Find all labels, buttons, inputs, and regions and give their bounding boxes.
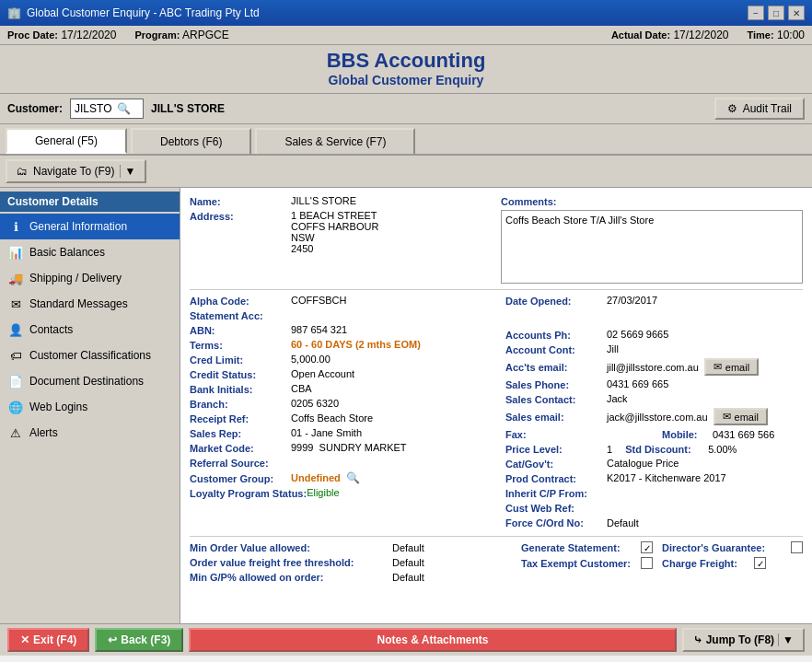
actual-date-label: Actual Date: — [611, 29, 670, 41]
force-cord-value: Default — [607, 517, 639, 528]
jump-icon: ⤷ — [693, 633, 702, 646]
accs-email-button[interactable]: ✉ email — [704, 358, 759, 376]
name-value: JILL'S STORE — [291, 195, 356, 206]
message-icon: ✉ — [7, 296, 24, 312]
web-icon: 🌐 — [7, 399, 24, 415]
sidebar-item-basic-balances[interactable]: 📊 Basic Balances — [0, 239, 180, 265]
comments-text: Coffs Beach Store T/A Jill's Store — [505, 215, 654, 226]
branch-label: Branch: — [190, 398, 291, 410]
prod-contract-value: K2017 - Kitchenware 2017 — [607, 472, 726, 483]
jump-to-button[interactable]: ⤷ Jump To (F8) ▼ — [682, 628, 805, 652]
sidebar-item-standard-messages[interactable]: ✉ Standard Messages — [0, 291, 180, 317]
address-line4: 2450 — [291, 243, 378, 254]
directors-guarantee-checkbox[interactable] — [791, 541, 803, 553]
back-button[interactable]: ↩ Back (F3) — [95, 628, 183, 652]
credit-status-label: Credit Status: — [190, 368, 291, 380]
tab-debtors[interactable]: Debtors (F6) — [131, 128, 251, 154]
navigate-to-button[interactable]: 🗂 Navigate To (F9) ▼ — [6, 159, 146, 183]
maximize-button[interactable]: □ — [768, 6, 784, 20]
bank-initials-value: CBA — [291, 383, 312, 394]
min-gp-label: Min G/P% allowed on order: — [190, 571, 392, 583]
receipt-ref-label: Receipt Ref: — [190, 412, 291, 424]
order-freight-label: Order value freight free threshold: — [190, 556, 392, 568]
sales-contact-value: Jack — [607, 393, 628, 404]
app-title: BBS Accounting — [0, 49, 812, 73]
exit-button[interactable]: ✕ Exit (F4) — [7, 628, 89, 652]
address-line3: NSW — [291, 232, 378, 243]
tab-bar: General (F5) Debtors (F6) Sales & Servic… — [0, 124, 812, 156]
date-opened-label: Date Opened: — [505, 295, 607, 307]
document-icon: 📄 — [7, 373, 24, 389]
address-line2: COFFS HARBOUR — [291, 221, 378, 232]
credit-status-value: Open Account — [291, 368, 354, 379]
customer-name: JILL'S STORE — [151, 102, 225, 115]
sidebar-item-alerts[interactable]: ⚠ Alerts — [0, 420, 180, 446]
sales-email-value: jack@jillsstore.com.au — [607, 412, 708, 423]
market-code-value: 9999 SUNDRY MARKET — [291, 442, 407, 453]
abn-label: ABN: — [190, 324, 291, 336]
sidebar-item-shipping-delivery[interactable]: 🚚 Shipping / Delivery — [0, 265, 180, 291]
charge-freight-label: Charge Freight: — [662, 557, 754, 569]
price-level-label: Price Level: — [505, 443, 607, 455]
terms-value: 60 - 60 DAYS (2 mths EOM) — [291, 339, 421, 350]
sidebar-item-customer-classifications[interactable]: 🏷 Customer Classifications — [0, 343, 180, 368]
time-label: Time: — [747, 29, 773, 41]
close-button[interactable]: ✕ — [788, 6, 805, 20]
generate-statement-label: Generate Statement: — [521, 541, 641, 553]
tab-sales-service[interactable]: Sales & Service (F7) — [255, 128, 415, 154]
navigate-bar: 🗂 Navigate To (F9) ▼ — [0, 156, 812, 188]
truck-icon: 🚚 — [7, 270, 24, 286]
customer-group-label: Customer Group: — [190, 472, 291, 484]
sidebar: Customer Details ℹ General Information 📊… — [0, 188, 180, 623]
std-discount-value: 5.00% — [708, 444, 737, 455]
comments-label: Comments: — [501, 195, 803, 207]
sidebar-item-web-logins[interactable]: 🌐 Web Logins — [0, 394, 180, 420]
time-value: 10:00 — [777, 29, 805, 41]
proc-date-section: Proc Date: 17/12/2020 — [7, 29, 116, 41]
footer-bar: ✕ Exit (F4) ↩ Back (F3) Notes & Attachme… — [0, 623, 812, 656]
address-line1: 1 BEACH STREET — [291, 210, 378, 221]
notes-attachments-button[interactable]: Notes & Attachments — [189, 628, 676, 652]
back-icon: ↩ — [108, 633, 117, 646]
sales-email-button[interactable]: ✉ email — [713, 408, 768, 425]
content-area: Customer Details ℹ General Information 📊… — [0, 188, 812, 623]
search-icon[interactable]: 🔍 — [117, 102, 131, 115]
email-icon-1: ✉ — [713, 361, 722, 373]
program-value: ARPGCE — [182, 29, 229, 41]
customer-code-input[interactable]: JILSTO 🔍 — [70, 99, 144, 119]
program-section: Program: ARPGCE — [134, 29, 228, 41]
tax-exempt-label: Tax Exempt Customer: — [521, 557, 641, 569]
min-order-label: Min Order Value allowed: — [190, 541, 392, 553]
charge-freight-checkbox[interactable] — [754, 557, 766, 569]
address-label: Address: — [190, 210, 291, 222]
sales-contact-label: Sales Contact: — [505, 393, 607, 405]
sales-phone-value: 0431 669 665 — [607, 378, 668, 389]
cred-limit-value: 5,000.00 — [291, 354, 331, 365]
cust-web-ref-label: Cust Web Ref: — [505, 502, 607, 514]
bank-initials-label: Bank Initials: — [190, 383, 291, 395]
customer-bar: Customer: JILSTO 🔍 JILL'S STORE ⚙ Audit … — [0, 94, 812, 124]
accs-email-value: jill@jillsstore.com.au — [607, 362, 699, 373]
audit-trail-button[interactable]: ⚙ Audit Trail — [714, 98, 805, 120]
fax-label: Fax: — [505, 428, 607, 440]
address-block: 1 BEACH STREET COFFS HARBOUR NSW 2450 — [291, 210, 378, 254]
proc-bar: Proc Date: 17/12/2020 Program: ARPGCE Ac… — [0, 26, 812, 45]
sidebar-item-general-information[interactable]: ℹ General Information — [0, 214, 180, 239]
price-level-value: 1 — [607, 444, 612, 455]
proc-date-value: 17/12/2020 — [61, 29, 116, 41]
customer-code-value: JILSTO — [75, 102, 111, 115]
cat-govt-value: Catalogue Price — [607, 458, 679, 469]
customer-group-search-icon[interactable]: 🔍 — [346, 471, 360, 484]
statement-acc-label: Statement Acc: — [190, 309, 291, 321]
window-title: Global Customer Enquiry - ABC Trading Pt… — [27, 6, 260, 19]
tax-exempt-checkbox[interactable] — [641, 557, 653, 569]
sidebar-item-contacts[interactable]: 👤 Contacts — [0, 317, 180, 343]
branch-value: 0205 6320 — [291, 398, 339, 409]
main-wrapper: 🗂 Navigate To (F9) ▼ Customer Details ℹ … — [0, 156, 812, 656]
chart-icon: 📊 — [7, 244, 24, 261]
generate-statement-checkbox[interactable] — [641, 541, 653, 553]
jump-dropdown-arrow: ▼ — [778, 633, 794, 646]
tab-general[interactable]: General (F5) — [6, 128, 127, 154]
sidebar-item-document-destinations[interactable]: 📄 Document Destinations — [0, 368, 180, 394]
minimize-button[interactable]: − — [748, 6, 764, 20]
